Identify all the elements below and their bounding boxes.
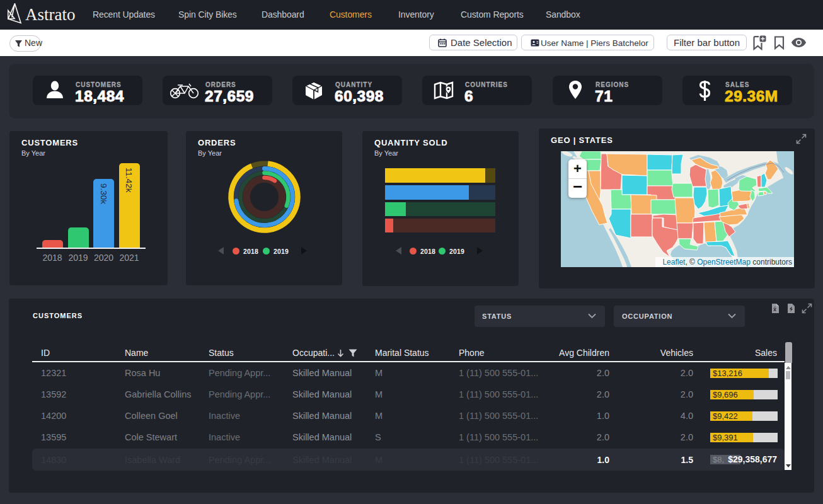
svg-text:x̄: x̄: [773, 306, 776, 312]
